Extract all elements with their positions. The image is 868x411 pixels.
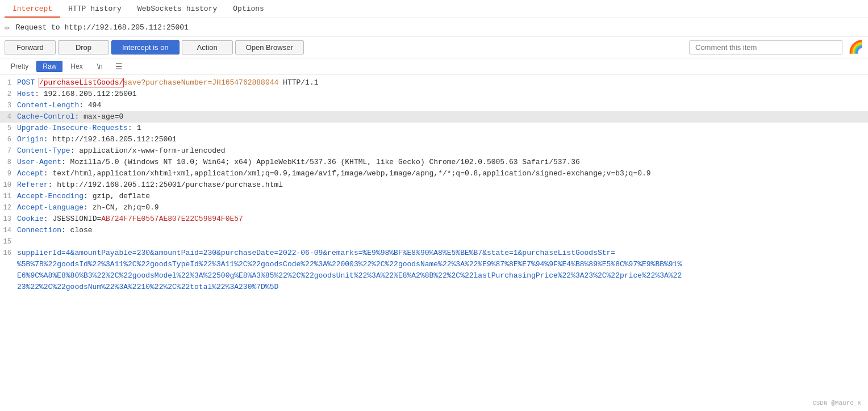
line-content: Accept-Language: zh-CN, zh;q=0.9: [17, 202, 868, 213]
line-number: 14: [0, 225, 17, 236]
toolbar: ✏️ Request to http://192.168.205.112:250…: [0, 18, 868, 37]
tab-options[interactable]: Options: [225, 1, 272, 18]
code-line: 2Host: 192.168.205.112:25001: [0, 89, 868, 100]
code-line: 3Content-Length: 494: [0, 100, 868, 111]
code-line: 7Content-Type: application/x-www-form-ur…: [0, 145, 868, 157]
buttons-row: Forward Drop Intercept is on Action Open…: [0, 37, 868, 58]
app-container: InterceptHTTP historyWebSockets historyO…: [0, 0, 868, 393]
code-line: %5B%7B%22goodsId%22%3A11%2C%22goodsTypeI…: [0, 259, 868, 270]
line-content: Cookie: JSESSIONID=AB724F7FE0557AE807E22…: [17, 213, 868, 225]
tab-http-history[interactable]: HTTP history: [60, 1, 130, 18]
line-content: User-Agent: Mozilla/5.0 (Windows NT 10.0…: [17, 157, 868, 168]
comment-input[interactable]: [689, 40, 842, 54]
code-line: 15: [0, 236, 868, 248]
line-number: 9: [0, 168, 17, 179]
format-raw-button[interactable]: Raw: [36, 61, 62, 72]
line-number: 10: [0, 179, 17, 191]
format-newline-button[interactable]: \n: [91, 61, 109, 72]
line-number: 6: [0, 134, 17, 145]
code-line: 23%22%2C%22goodsNum%22%3A%2210%22%2C%22t…: [0, 282, 868, 293]
line-number: 11: [0, 191, 17, 202]
format-pretty-button[interactable]: Pretty: [5, 61, 35, 72]
line-content: E6%9C%A8%E8%80%B3%22%2C%22goodsModel%22%…: [17, 270, 868, 282]
watermark: CSDN @Mauro_K: [812, 400, 861, 406]
line-number: 5: [0, 123, 17, 134]
line-content: Content-Type: application/x-www-form-url…: [17, 145, 868, 157]
drop-button[interactable]: Drop: [58, 40, 109, 54]
edit-icon: ✏️: [5, 22, 10, 33]
code-line: 10Referer: http://192.168.205.112:25001/…: [0, 179, 868, 191]
tab-intercept[interactable]: Intercept: [5, 1, 60, 18]
forward-button[interactable]: Forward: [5, 40, 56, 54]
action-button[interactable]: Action: [182, 40, 233, 54]
code-line: 16supplierId=4&amountPayable=230&amountP…: [0, 248, 868, 259]
code-line: 12Accept-Language: zh-CN, zh;q=0.9: [0, 202, 868, 213]
code-line: 8User-Agent: Mozilla/5.0 (Windows NT 10.…: [0, 157, 868, 168]
line-number: 15: [0, 236, 17, 248]
line-number: 1: [0, 77, 17, 89]
line-content: Cache-Control: max-age=0: [17, 111, 868, 123]
line-number: 7: [0, 145, 17, 157]
code-line: 13Cookie: JSESSIONID=AB724F7FE0557AE807E…: [0, 213, 868, 225]
line-number: 16: [0, 248, 17, 259]
line-number: 3: [0, 100, 17, 111]
code-line: E6%9C%A8%E8%80%B3%22%2C%22goodsModel%22%…: [0, 270, 868, 282]
line-content: supplierId=4&amountPayable=230&amountPai…: [17, 248, 868, 259]
request-url: Request to http://192.168.205.112:25001: [16, 23, 189, 32]
line-content: Referer: http://192.168.205.112:25001/pu…: [17, 179, 868, 191]
line-number: 4: [0, 111, 17, 123]
line-number: 13: [0, 213, 17, 225]
intercept-button[interactable]: Intercept is on: [111, 40, 180, 54]
code-line: 5Upgrade-Insecure-Requests: 1: [0, 123, 868, 134]
line-content: Accept: text/html,application/xhtml+xml,…: [17, 168, 868, 179]
line-content: %5B%7B%22goodsId%22%3A11%2C%22goodsTypeI…: [17, 259, 868, 270]
line-number: 8: [0, 157, 17, 168]
line-content: Upgrade-Insecure-Requests: 1: [17, 123, 868, 134]
burp-logo-icon: 🌈: [848, 40, 863, 55]
line-number: 12: [0, 202, 17, 213]
line-content: Connection: close: [17, 225, 868, 236]
open-browser-button[interactable]: Open Browser: [235, 40, 304, 54]
code-line: 14Connection: close: [0, 225, 868, 236]
format-row: Pretty Raw Hex \n ☰: [0, 58, 868, 75]
code-line: 6Origin: http://192.168.205.112:25001: [0, 134, 868, 145]
line-content: Origin: http://192.168.205.112:25001: [17, 134, 868, 145]
line-content: Content-Length: 494: [17, 100, 868, 111]
tabs-bar: InterceptHTTP historyWebSockets historyO…: [0, 0, 868, 18]
tab-websockets-history[interactable]: WebSockets history: [130, 1, 225, 18]
format-menu-button[interactable]: ☰: [111, 61, 127, 72]
code-line: 11Accept-Encoding: gzip, deflate: [0, 191, 868, 202]
code-line: 9Accept: text/html,application/xhtml+xml…: [0, 168, 868, 179]
line-content: 23%22%2C%22goodsNum%22%3A%2210%22%2C%22t…: [17, 282, 868, 293]
code-area: 1POST /purchaseListGoods/save?purchaseNu…: [0, 75, 868, 393]
line-content: Accept-Encoding: gzip, deflate: [17, 191, 868, 202]
line-content: POST /purchaseListGoods/save?purchaseNum…: [17, 77, 868, 89]
code-line: 4Cache-Control: max-age=0: [0, 111, 868, 123]
line-number: 2: [0, 89, 17, 100]
format-hex-button[interactable]: Hex: [64, 61, 89, 72]
code-line: 1POST /purchaseListGoods/save?purchaseNu…: [0, 77, 868, 89]
line-content: Host: 192.168.205.112:25001: [17, 89, 868, 100]
